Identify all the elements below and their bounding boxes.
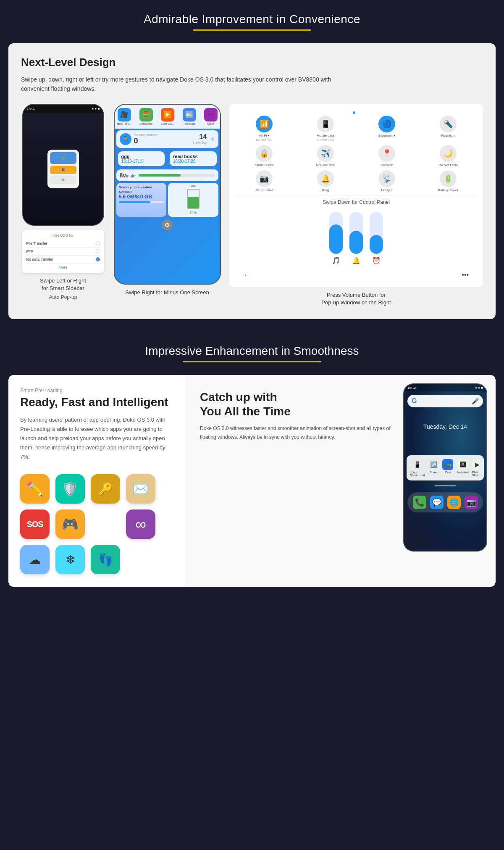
ctrl-airplanemode[interactable]: ✈️ Airplane mod [297, 145, 354, 167]
phone1-frame: 17:41 ● ● ■ 🧮 📓 ⚙️ [22, 104, 104, 226]
card-desc: Swipe up, down, right or left or try mor… [21, 75, 349, 94]
dock-camera[interactable]: 📷 [465, 496, 478, 509]
app-icon-placeholder [91, 509, 120, 539]
ctrl-wifi[interactable]: 📶 Wi-Fi ▾ No SIM card [235, 116, 293, 142]
share-icon: ↗️ [428, 459, 439, 470]
calc-icon: 🧮 [61, 156, 65, 160]
ctrl-hotspot[interactable]: 📡 Hotspot [358, 170, 416, 192]
ctrl-donotdisturb[interactable]: 🌙 Do Not Distu [419, 145, 477, 167]
steps-icon: 🏃 [120, 133, 131, 145]
dock-messages[interactable]: 💬 [430, 496, 444, 509]
dot1 [353, 111, 355, 114]
duo-icon: 📹 [442, 459, 453, 470]
ready-title: Ready, Fast and Intelligent [20, 395, 173, 409]
signal-icons: ● ● ■ [92, 107, 100, 111]
right-panel: Catch up withYou All the Time Doke OS 3.… [185, 375, 496, 587]
phone1-popup: Use USB for File Transfer PTP No data tr… [22, 230, 104, 273]
phone1-caption-main: Swipe Left or Right for Smart Sidebar [40, 277, 86, 292]
minute-value: 8Minute [120, 172, 136, 179]
phone-date-big: Tuesday, Dec 14 [404, 411, 486, 438]
battery-card: 24% [168, 183, 218, 217]
share-item-share[interactable]: ↗️ Share [428, 459, 439, 477]
ring-slider-icon: 🔔 [352, 256, 360, 264]
memory-card: Memory optimization Available 5.6 GB/8.0… [116, 183, 167, 217]
app-icon-key[interactable]: 🔑 [91, 474, 120, 504]
phone1-screen: 17:41 ● ● ■ 🧮 📓 ⚙️ [23, 105, 103, 225]
ctrl-screenshot[interactable]: 📷 Screenshot [235, 170, 293, 192]
dnd-icon: 🌙 [440, 145, 457, 162]
time-right: 16:12 [407, 386, 416, 390]
sidebar-widget: 🧮 📓 ⚙️ [47, 150, 79, 188]
date-num: 14 [192, 133, 207, 141]
wifi-sublabel: No SIM card [256, 139, 273, 142]
radio-nodata [96, 257, 100, 261]
mic-icon: 🎤 [472, 398, 479, 404]
settings-icon: ⚙️ [61, 178, 65, 182]
nav-dots[interactable]: ••• [462, 271, 469, 279]
settings-circle: ⚙ [162, 219, 173, 230]
app-icon-shield[interactable]: 🛡️ [55, 474, 85, 504]
phone2-caption: Swipe Right for Minus One Screen [125, 289, 209, 296]
wifi-label: Wi-Fi ▾ [259, 134, 270, 137]
quick-app-translate: 🔤 Translate [183, 108, 196, 125]
wifi-icon: 📶 [256, 116, 273, 132]
section1-header: Admirable Improvement in Convenience [0, 0, 504, 39]
memory-battery-row: Memory optimization Available 5.6 GB/8.0… [116, 183, 218, 217]
section2-header: Impressive Enhancement in Smoothness [0, 327, 504, 371]
mobiledata-sublabel: No SIM card [318, 139, 334, 142]
app-icon-footprint[interactable]: 👣 [91, 545, 120, 574]
assistant-label: Assistant [457, 471, 468, 474]
translate-label: Translate [183, 122, 195, 125]
minute-fill [139, 174, 181, 177]
flashlight-icon: 🔦 [440, 116, 457, 132]
back-icon[interactable]: ← [244, 271, 250, 279]
ctrl-mobiledata[interactable]: 📱 Mobile data No SIM card [297, 116, 354, 142]
time-card-1: ggg 16:19-17:19 [118, 151, 165, 166]
translate-icon: 🔤 [183, 108, 196, 121]
app-icon-infinity[interactable]: ∞ [126, 509, 155, 539]
calc-label: Calculator [139, 122, 153, 125]
sidebar-item-settings: ⚙️ [50, 176, 76, 184]
phones-row: 17:41 ● ● ■ 🧮 📓 ⚙️ [21, 104, 483, 306]
ctrl-batterysaver[interactable]: 🔋 Battery Saver [419, 170, 477, 192]
memory-avail: Available [119, 190, 164, 194]
app-icon-pencil[interactable]: ✏️ [20, 474, 50, 504]
popup-more[interactable]: More [26, 265, 101, 269]
slider-music-track[interactable] [329, 212, 343, 254]
mobiledata-label: Mobile data [317, 134, 334, 137]
dock-chrome[interactable]: 🌐 [447, 496, 461, 509]
ctrl-location[interactable]: 📍 Location [358, 145, 416, 167]
search-bar[interactable]: G 🎤 [407, 395, 483, 407]
ctrl-ring[interactable]: 🔔 Ring [297, 170, 354, 192]
slider-ring-track[interactable] [349, 212, 363, 254]
minute-card: 8Minute [116, 169, 218, 181]
app-icon-snowflake[interactable]: ❄ [55, 545, 85, 574]
quick-app-more[interactable]: ⋯ More [204, 108, 218, 125]
share-item-assistant[interactable]: 🅰 Assistant [457, 459, 468, 477]
two-panel-row: Smart Pre-Loading Ready, Fast and Intell… [8, 375, 496, 587]
share-item-longss[interactable]: 📱 Long Screenshot [410, 459, 425, 477]
ctrl-stationlock[interactable]: 🔒 Station Lock [235, 145, 293, 167]
app-icon-cloud[interactable]: ☁ [20, 545, 50, 574]
app-icon-mail[interactable]: ✉️ [126, 474, 155, 504]
ctrl-flashlight[interactable]: 🔦 Flashlight [419, 116, 477, 142]
newrec-icon: 🎥 [118, 108, 131, 121]
memory-title: Memory optimization [119, 185, 164, 189]
plus-btn[interactable]: + [211, 135, 215, 143]
settings-btn[interactable]: ⚙ [117, 219, 218, 230]
ctrl-bluetooth[interactable]: 🔵 Bluetooth ▾ [358, 116, 416, 142]
apps-showcase: ✏️ 🛡️ 🔑 ✉️ SOS 🎮 ∞ ☁ ❄ 👣 [20, 474, 173, 574]
phone2-mockup: 🎥 New Rec... 🧮 Calculator ▶️ [113, 104, 222, 296]
startsto-label: Start Sto... [161, 122, 175, 125]
share-item-playstore[interactable]: ▶ Play Store [472, 459, 483, 477]
slider-alarm-track[interactable] [370, 212, 383, 254]
app-icon-sos[interactable]: SOS [20, 509, 50, 539]
airplane-icon: ✈️ [317, 145, 334, 162]
app-icon-gamepad[interactable]: 🎮 [55, 509, 85, 539]
hotspot-icon: 📡 [378, 170, 395, 187]
quick-app-startsto: ▶️ Start Sto... [161, 108, 175, 125]
steps-value: 0 [134, 137, 190, 145]
battery-fill [188, 197, 199, 208]
dock-phone[interactable]: 📞 [413, 496, 426, 509]
share-item-duo[interactable]: 📹 Duo [442, 459, 453, 477]
